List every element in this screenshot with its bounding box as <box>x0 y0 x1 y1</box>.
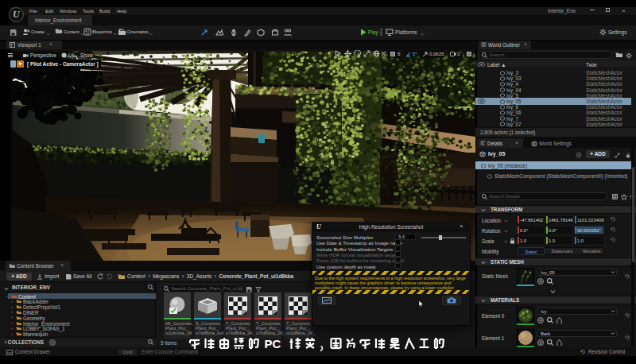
svg-text:PC: PC <box>265 338 281 350</box>
